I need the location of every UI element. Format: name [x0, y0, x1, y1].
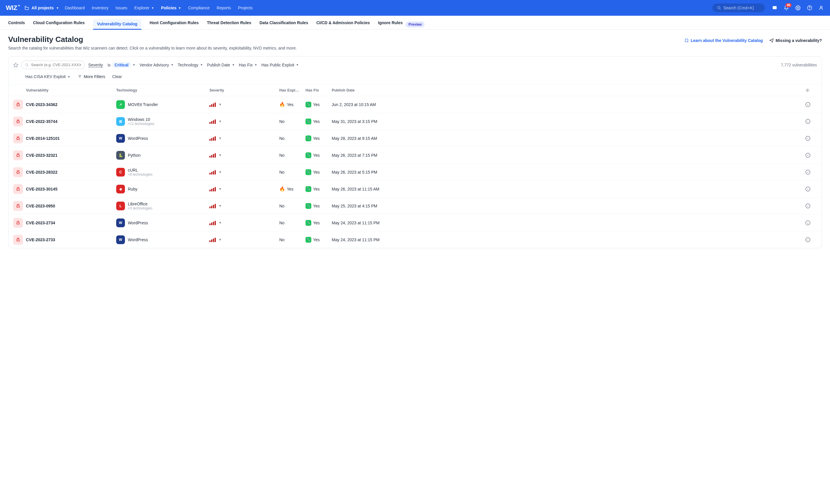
col-publish-date[interactable]: Publish Date — [332, 88, 805, 92]
bug-icon — [13, 100, 23, 109]
nav-inventory[interactable]: Inventory — [92, 5, 108, 10]
filter-cisa-kev[interactable]: Has CISA KEV Exploit▼ — [25, 73, 71, 80]
row-info[interactable] — [805, 153, 817, 158]
filter-severity[interactable]: Severity is Critical▼ — [88, 61, 136, 69]
row-info[interactable] — [805, 169, 817, 175]
tech-name: WordPress — [128, 238, 148, 242]
table-row[interactable]: CVE-2023-30145◆Ruby▼🔥Yes🔧YesMay 26, 2023… — [8, 180, 822, 197]
column-settings[interactable] — [805, 88, 817, 93]
severity-cell[interactable]: ▼ — [210, 170, 279, 175]
bug-icon — [13, 117, 23, 126]
nav-compliance[interactable]: Compliance — [188, 5, 210, 10]
table-row[interactable]: CVE-2023-0950LLibreOffice+3 technologies… — [8, 197, 822, 214]
table-row[interactable]: CVE-2023-2734WWordPress▼No🔧YesMay 24, 20… — [8, 214, 822, 231]
severity-bars-icon — [210, 221, 216, 225]
row-info[interactable] — [805, 220, 817, 225]
cve-link[interactable]: CVE-2023-28322 — [26, 170, 116, 175]
wrench-icon: 🔧 — [306, 220, 311, 226]
bell-icon[interactable]: 46 — [784, 5, 789, 11]
tab-controls[interactable]: Controls — [8, 21, 25, 29]
widget-icon[interactable] — [772, 5, 777, 11]
severity-cell[interactable]: ▼ — [210, 102, 279, 107]
row-info[interactable] — [805, 102, 817, 107]
nav-explorer[interactable]: Explorer▼ — [134, 5, 154, 10]
cve-link[interactable]: CVE-2023-30145 — [26, 187, 116, 191]
row-info[interactable] — [805, 136, 817, 141]
tab-threat-detection-rules[interactable]: Threat Detection Rules — [207, 21, 251, 29]
tech-icon: 🐍 — [116, 151, 125, 160]
nav-reports[interactable]: Reports — [217, 5, 231, 10]
filter-vendor-advisory[interactable]: Vendor Advisory▼ — [139, 61, 174, 68]
global-search[interactable]: Search (Cmd+K) — [712, 3, 765, 12]
nav-policies[interactable]: Policies▼ — [161, 5, 181, 10]
project-selector[interactable]: All projects ▼ — [25, 5, 59, 10]
user-icon[interactable] — [818, 5, 824, 11]
row-info[interactable] — [805, 237, 817, 242]
page-description: Search the catalog for vulnerabilities t… — [8, 46, 822, 51]
col-vulnerability[interactable]: Vulnerability — [26, 88, 116, 92]
row-info[interactable] — [805, 119, 817, 124]
exploit-cell: No — [279, 170, 306, 175]
cve-link[interactable]: CVE-2023-34362 — [26, 102, 116, 107]
svg-point-11 — [17, 121, 19, 123]
row-info[interactable] — [805, 186, 817, 192]
nav-issues[interactable]: Issues — [116, 5, 127, 10]
catalog-search[interactable] — [21, 61, 85, 69]
cve-link[interactable]: CVE-2023-2734 — [26, 221, 116, 225]
bug-icon — [13, 133, 23, 143]
table-row[interactable]: CVE-2022-35744⊞Windows 10+11 technologie… — [8, 113, 822, 130]
severity-cell[interactable]: ▼ — [210, 203, 279, 208]
tab-cloud-configuration-rules[interactable]: Cloud Configuration Rules — [33, 21, 85, 29]
search-icon — [717, 6, 721, 10]
col-severity[interactable]: Severity — [210, 88, 279, 92]
filter-publish-date[interactable]: Publish Date▼ — [206, 61, 235, 68]
more-filters[interactable]: More Filters — [78, 74, 105, 79]
gear-icon[interactable] — [795, 5, 801, 11]
tab-data-classification-rules[interactable]: Data Classification Rules — [259, 21, 308, 29]
col-technology[interactable]: Technology — [116, 88, 210, 92]
severity-cell[interactable]: ▼ — [210, 221, 279, 225]
table-row[interactable]: CVE-2023-32321🐍Python▼No🔧YesMay 26, 2023… — [8, 147, 822, 163]
exploit-cell: No — [279, 119, 306, 124]
exploit-cell: No — [279, 238, 306, 242]
filter-technology[interactable]: Technology▼ — [177, 61, 203, 68]
help-icon[interactable] — [807, 5, 812, 11]
bug-icon — [13, 235, 23, 245]
date-cell: May 24, 2023 at 11:15 PM — [332, 238, 805, 242]
table-row[interactable]: CVE-2023-34362↗MOVEit Transfer▼🔥Yes🔧YesJ… — [8, 96, 822, 113]
tab-ignore-rules[interactable]: Ignore Rules — [378, 21, 403, 29]
col-has-fix[interactable]: Has Fix — [306, 88, 332, 92]
filter-has-fix[interactable]: Has Fix▼ — [238, 61, 258, 68]
catalog-card: Severity is Critical▼ Vendor Advisory▼ T… — [8, 56, 822, 248]
nav-projects[interactable]: Projects — [238, 5, 253, 10]
fix-cell: 🔧Yes — [306, 152, 332, 158]
table-row[interactable]: CVE-2014-125101WWordPress▼No🔧YesMay 28, … — [8, 130, 822, 147]
logo[interactable]: WIZ✦ — [6, 4, 20, 12]
tab-vulnerability-catalog[interactable]: Vulnerability Catalog — [93, 19, 141, 29]
severity-cell[interactable]: ▼ — [210, 187, 279, 191]
severity-cell[interactable]: ▼ — [210, 238, 279, 242]
cve-link[interactable]: CVE-2022-35744 — [26, 119, 116, 124]
favorite-toggle[interactable] — [13, 62, 18, 68]
severity-cell[interactable]: ▼ — [210, 153, 279, 158]
table-row[interactable]: CVE-2023-28322CcURL+6 technologies▼No🔧Ye… — [8, 163, 822, 180]
catalog-search-input[interactable] — [31, 63, 81, 67]
severity-cell[interactable]: ▼ — [210, 119, 279, 124]
col-has-exploit[interactable]: Has Expl… — [279, 88, 306, 92]
clear-filters[interactable]: Clear — [112, 74, 122, 79]
cve-link[interactable]: CVE-2023-32321 — [26, 153, 116, 158]
tab-ci-cd-admission-policies[interactable]: CI/CD & Admission Policies — [316, 21, 370, 29]
cve-link[interactable]: CVE-2023-0950 — [26, 203, 116, 208]
cve-link[interactable]: CVE-2014-125101 — [26, 136, 116, 141]
filter-public-exploit[interactable]: Has Public Exploit▼ — [261, 61, 299, 68]
learn-link[interactable]: Learn about the Vulnerability Catalog — [684, 38, 763, 43]
missing-link[interactable]: Missing a vulnerability? — [769, 38, 822, 43]
cve-link[interactable]: CVE-2023-2733 — [26, 238, 116, 242]
svg-point-7 — [26, 64, 28, 66]
tab-host-configuration-rules[interactable]: Host Configuration Rules — [150, 21, 199, 29]
row-info[interactable] — [805, 203, 817, 209]
nav-dashboard[interactable]: Dashboard — [65, 5, 85, 10]
table-row[interactable]: CVE-2023-2733WWordPress▼No🔧YesMay 24, 20… — [8, 231, 822, 248]
tech-icon: ⊞ — [116, 117, 125, 126]
severity-cell[interactable]: ▼ — [210, 136, 279, 141]
